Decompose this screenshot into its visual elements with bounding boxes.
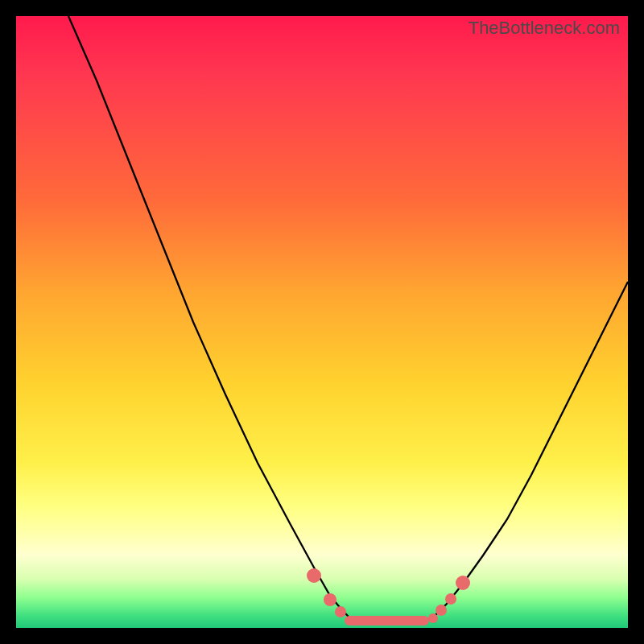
marker-bead bbox=[428, 613, 438, 623]
plot-area: TheBottleneck.com bbox=[16, 16, 628, 628]
marker-beads bbox=[307, 568, 470, 625]
marker-bead bbox=[445, 593, 456, 605]
marker-bead bbox=[436, 605, 447, 616]
chart-frame: TheBottleneck.com bbox=[0, 0, 644, 644]
marker-bead bbox=[335, 606, 346, 617]
right-curve bbox=[427, 282, 628, 620]
marker-bead bbox=[307, 568, 321, 583]
left-curve bbox=[68, 16, 350, 618]
marker-flat-bar bbox=[345, 616, 429, 625]
curve-layer bbox=[16, 16, 628, 628]
marker-bead bbox=[324, 593, 336, 606]
marker-bead bbox=[456, 576, 470, 590]
